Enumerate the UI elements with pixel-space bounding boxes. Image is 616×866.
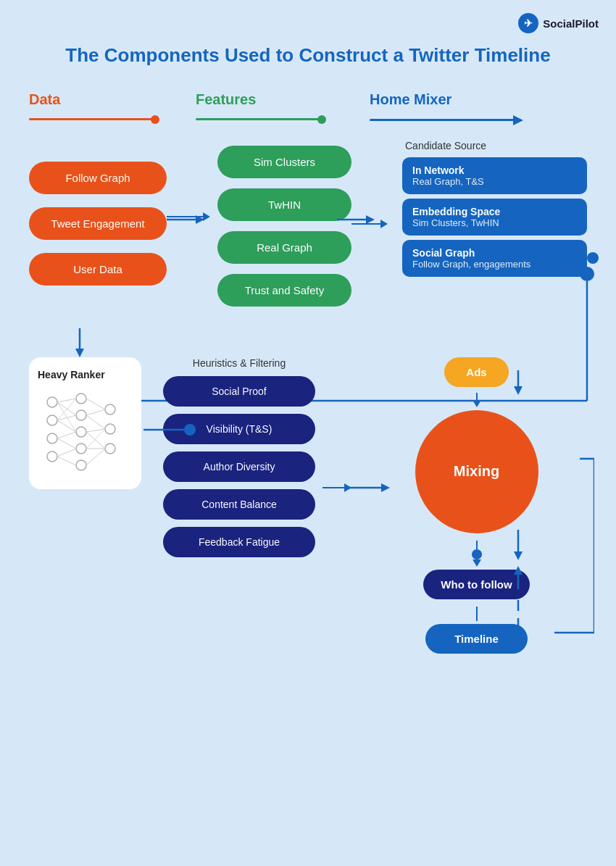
- data-label-group: Data: [29, 91, 196, 124]
- home-mixer-arrow: [370, 115, 523, 125]
- svg-point-35: [105, 404, 115, 415]
- data-pill-follow-graph: Follow Graph: [29, 162, 167, 194]
- ads-to-mixing-connector: [473, 393, 481, 407]
- features-arrow-dot: [317, 115, 326, 124]
- real-graph-ts-subtitle: Real Graph, T&S: [412, 176, 577, 187]
- svg-line-42: [57, 432, 76, 438]
- svg-line-55: [86, 449, 105, 465]
- svg-point-30: [76, 394, 86, 404]
- feature-pill-twhin: TwHIN: [217, 188, 351, 221]
- svg-point-32: [76, 427, 86, 437]
- bottom-section: Heavy Ranker: [22, 328, 594, 654]
- whotofollow-to-timeline-connector: [476, 607, 478, 621]
- svg-line-41: [57, 420, 76, 432]
- candidate-right-dot: [587, 252, 599, 264]
- heuristics-to-mixing-arrow: [322, 415, 351, 560]
- data-label: Data: [29, 91, 60, 108]
- candidate-in-network: In Network Real Graph, T&S: [402, 157, 587, 194]
- svg-line-51: [86, 429, 105, 432]
- mixing-label: Mixing: [454, 463, 499, 480]
- features-to-candidate-arrow: [351, 220, 388, 228]
- svg-point-31: [76, 410, 86, 420]
- svg-point-34: [76, 460, 86, 470]
- page-title: The Components Used to Construct a Twitt…: [0, 0, 616, 68]
- logo-icon: ✈: [518, 13, 538, 33]
- embedding-space-title: Embedding Space: [412, 206, 577, 217]
- mixing-to-whotofollow-connector: [472, 541, 482, 567]
- data-pill-tweet-engagement: Tweet Engagement: [29, 207, 167, 240]
- logo-text: SocialPilot: [543, 17, 599, 30]
- svg-point-29: [47, 451, 57, 462]
- mixing-column: Ads Mixing Who to follow Tim: [359, 357, 594, 654]
- in-network-title: In Network: [412, 165, 577, 176]
- data-arrow-line: [29, 118, 152, 120]
- heuristic-content-balance: Content Balance: [163, 489, 315, 520]
- ads-pill: Ads: [444, 357, 508, 387]
- svg-point-28: [47, 433, 57, 444]
- svg-line-45: [57, 457, 76, 465]
- logo: ✈ SocialPilot: [518, 13, 599, 33]
- heavy-ranker-box: Heavy Ranker: [29, 357, 141, 489]
- feature-pill-real-graph: Real Graph: [217, 231, 351, 264]
- data-arrow-dot: [151, 115, 159, 124]
- data-to-features-arrow: [167, 212, 210, 221]
- home-mixer-arrow-head: [513, 115, 523, 125]
- features-label: Features: [196, 91, 256, 108]
- candidate-source-column: Candidate Source In Network Real Graph, …: [402, 140, 587, 277]
- svg-point-37: [105, 444, 115, 454]
- data-column: Follow Graph Tweet Engagement User Data: [29, 140, 167, 286]
- heuristic-social-proof: Social Proof: [163, 376, 315, 407]
- heuristic-author-diversity: Author Diversity: [163, 451, 315, 482]
- svg-line-43: [57, 438, 76, 449]
- svg-point-27: [47, 415, 57, 425]
- neural-net-diagram: [38, 388, 132, 475]
- heuristics-label: Heuristics & Filtering: [163, 357, 315, 369]
- heavy-ranker-title: Heavy Ranker: [38, 369, 133, 380]
- svg-line-50: [86, 415, 105, 429]
- features-arrow: [196, 115, 326, 124]
- timeline-pill: Timeline: [425, 624, 528, 654]
- heuristics-column: Heuristics & Filtering Social Proof Visi…: [163, 357, 315, 565]
- who-to-follow-pill: Who to follow: [423, 570, 529, 599]
- feature-pill-trust-safety: Trust and Safety: [217, 274, 351, 307]
- candidate-source-label: Candidate Source: [405, 140, 587, 151]
- social-graph-title: Social Graph: [412, 247, 577, 259]
- mixing-circle: Mixing: [415, 410, 538, 533]
- svg-point-26: [47, 397, 57, 407]
- home-mixer-label: Home Mixer: [370, 91, 451, 108]
- data-pill-user-data: User Data: [29, 253, 167, 286]
- svg-point-33: [76, 444, 86, 454]
- svg-line-49: [86, 409, 105, 415]
- svg-line-44: [57, 449, 76, 457]
- home-mixer-arrow-line: [370, 119, 515, 121]
- heuristic-visibility: Visibility (T&S): [163, 414, 315, 444]
- sim-clusters-twhin-subtitle: Sim Clusters, TwHIN: [412, 217, 577, 228]
- feature-pill-sim-clusters: Sim Clusters: [217, 146, 351, 178]
- svg-line-48: [86, 399, 105, 409]
- candidate-social-graph: Social Graph Follow Graph, engagements: [402, 240, 587, 277]
- features-arrow-line: [196, 118, 319, 120]
- features-column: Sim Clusters TwHIN Real Graph Trust and …: [217, 140, 351, 307]
- flow-labels: Data Features Home Mixer: [0, 68, 616, 125]
- follow-graph-engagements-subtitle: Follow Graph, engagements: [412, 259, 577, 270]
- features-label-group: Features: [196, 91, 370, 124]
- candidate-embedding-space: Embedding Space Sim Clusters, TwHIN: [402, 199, 587, 236]
- svg-line-52: [86, 432, 105, 449]
- heuristic-feedback-fatigue: Feedback Fatigue: [163, 527, 315, 557]
- home-mixer-label-group: Home Mixer: [370, 91, 587, 125]
- svg-line-40: [57, 415, 76, 420]
- svg-line-39: [57, 402, 76, 415]
- data-arrow: [29, 115, 159, 124]
- svg-point-36: [105, 424, 115, 434]
